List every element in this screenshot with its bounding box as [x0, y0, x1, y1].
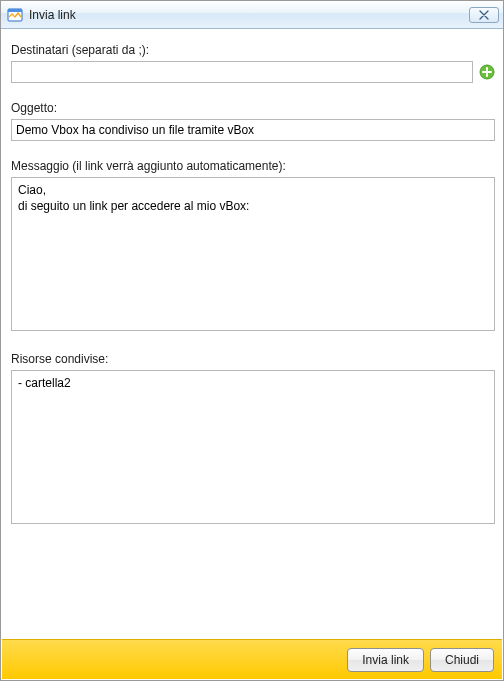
resources-label: Risorse condivise: — [11, 352, 495, 366]
form-content: Destinatari (separati da ;): Oggetto: Me… — [1, 29, 503, 641]
add-recipient-icon[interactable] — [479, 64, 495, 80]
recipients-label: Destinatari (separati da ;): — [11, 43, 495, 57]
send-link-button[interactable]: Invia link — [347, 648, 424, 672]
close-button[interactable]: Chiudi — [430, 648, 494, 672]
titlebar: Invia link — [1, 1, 503, 29]
window-title: Invia link — [29, 8, 469, 22]
recipients-input[interactable] — [11, 61, 473, 83]
message-textarea[interactable] — [11, 177, 495, 331]
recipients-row — [11, 61, 495, 83]
window-close-button[interactable] — [469, 7, 499, 23]
subject-input[interactable] — [11, 119, 495, 141]
message-label: Messaggio (il link verrà aggiunto automa… — [11, 159, 495, 173]
footer-bar: Invia link Chiudi — [2, 639, 502, 679]
subject-label: Oggetto: — [11, 101, 495, 115]
resources-textarea[interactable] — [11, 370, 495, 524]
svg-rect-1 — [8, 9, 22, 12]
app-icon — [7, 7, 23, 23]
